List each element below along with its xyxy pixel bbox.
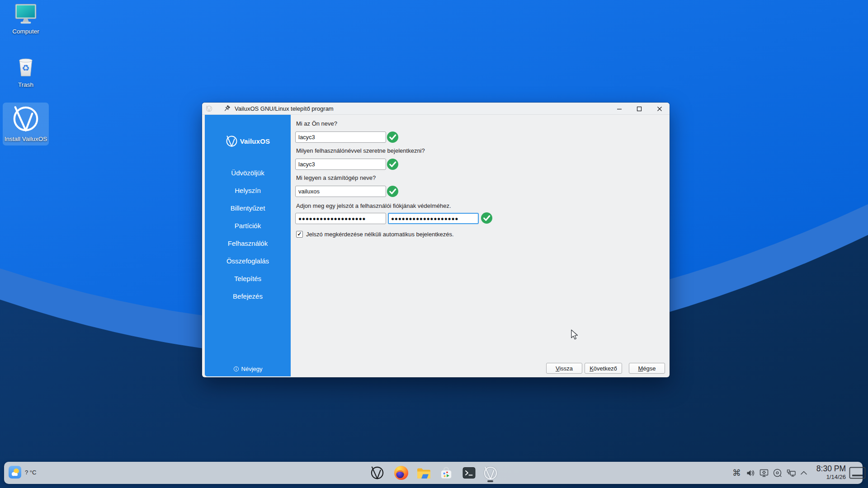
password-valid-icon: [481, 212, 493, 224]
autologin-checkbox[interactable]: ✓: [296, 231, 303, 238]
desktop-icon-trash[interactable]: ♻ Trash: [3, 54, 49, 88]
cancel-button[interactable]: Mégse: [629, 363, 665, 374]
step-partitions: Partíciók: [205, 217, 291, 235]
weather-icon: [9, 466, 21, 479]
step-install: Telepítés: [205, 270, 291, 287]
clock-time: 8:30 PM: [804, 464, 846, 474]
maximize-button[interactable]: [632, 103, 647, 114]
vailuxos-logo-icon: [12, 105, 40, 133]
clock-date: 1/14/26: [804, 474, 846, 481]
password-input[interactable]: [295, 213, 386, 224]
window-title: VailuxOS GNU/Linux telepítő program: [235, 105, 334, 112]
hostname-valid-icon: [387, 185, 399, 197]
hostname-label: Mi legyen a számítógép neve?: [296, 174, 376, 181]
taskbar-app-store[interactable]: [439, 465, 453, 480]
trash-icon: ♻: [14, 54, 38, 79]
file-manager-icon: [416, 465, 431, 480]
installer-window: VailuxOS GNU/Linux telepítő program Vail…: [202, 103, 670, 377]
app-store-icon: [439, 466, 453, 480]
taskbar-installer-vailuxos[interactable]: [483, 465, 498, 480]
tray-display-settings-button[interactable]: [759, 468, 769, 478]
show-desktop-button[interactable]: [849, 467, 866, 479]
back-button[interactable]: Vissza: [546, 363, 582, 374]
desktop-icon-label: Trash: [18, 82, 33, 88]
tray-command-button[interactable]: ⌘: [731, 468, 742, 478]
command-icon: ⌘: [732, 468, 741, 478]
desktop-icon-label: Computer: [12, 28, 39, 35]
terminal-icon: [462, 466, 476, 480]
step-list: Üdvözöljük Helyszín Billentyűzet Partíci…: [205, 164, 291, 305]
active-task-indicator: [487, 480, 493, 482]
about-button[interactable]: Névjegy: [205, 366, 291, 372]
show-desktop-icon: [849, 467, 866, 479]
minimize-button[interactable]: [612, 103, 627, 114]
computer-icon: [13, 4, 39, 25]
taskbar-file-manager[interactable]: [416, 465, 431, 480]
brand-name: VailuxOS: [240, 137, 270, 145]
network-display-icon: [786, 468, 796, 478]
volume-icon: [745, 468, 755, 478]
vailuxos-launcher-icon: [370, 466, 384, 480]
weather-temperature: ? °C: [25, 469, 36, 476]
step-location: Helyszín: [205, 182, 291, 199]
installer-sidebar: VailuxOS Üdvözöljük Helyszín Billentyűze…: [205, 115, 291, 376]
name-valid-icon: [387, 131, 399, 143]
weather-widget[interactable]: ? °C: [9, 466, 36, 479]
step-welcome: Üdvözöljük: [205, 164, 291, 182]
window-icon: [206, 105, 212, 112]
username-label: Milyen felhasználónévvel szeretne bejele…: [296, 147, 425, 154]
window-titlebar[interactable]: VailuxOS GNU/Linux telepítő program: [202, 103, 670, 115]
tray-optical-disc-button[interactable]: [772, 468, 783, 478]
autologin-label[interactable]: Jelszó megkérdezése nélküli automatikus …: [306, 231, 454, 238]
taskbar: ? °C: [4, 462, 863, 484]
about-label: Névjegy: [241, 366, 263, 372]
desktop-icon-computer[interactable]: Computer: [3, 4, 49, 35]
taskbar-app-launcher-vailuxos[interactable]: [370, 465, 385, 480]
info-icon: [233, 366, 239, 372]
tray-volume-button[interactable]: [745, 468, 755, 478]
maximize-icon: [637, 106, 642, 112]
checkbox-checkmark: ✓: [297, 231, 302, 237]
taskbar-terminal[interactable]: [462, 465, 476, 480]
desktop: Computer ♻ Trash Install VailuxOS: [0, 0, 868, 488]
taskbar-firefox[interactable]: [394, 465, 409, 480]
step-finish: Befejezés: [205, 287, 291, 305]
step-keyboard: Billentyűzet: [205, 199, 291, 217]
display-settings-icon: [759, 468, 769, 478]
name-input[interactable]: [295, 131, 386, 143]
optical-disc-icon: [773, 468, 783, 478]
username-valid-icon: [387, 158, 399, 170]
name-label: Mi az Ön neve?: [296, 120, 337, 127]
close-icon: [657, 106, 662, 112]
next-button[interactable]: Következő: [585, 363, 622, 374]
minimize-icon: [617, 106, 622, 112]
desktop-icon-label: Install VailuxOS: [5, 136, 47, 142]
step-users: Felhasználók: [205, 235, 291, 252]
close-button[interactable]: [652, 103, 667, 114]
vailuxos-logo-icon: [226, 135, 238, 147]
vailuxos-installer-icon: [483, 466, 498, 480]
brand: VailuxOS: [205, 135, 291, 147]
username-input[interactable]: [295, 159, 386, 170]
hostname-input[interactable]: [295, 186, 386, 197]
clock-widget[interactable]: 8:30 PM 1/14/26: [804, 464, 846, 481]
password-confirm-input[interactable]: [388, 213, 479, 224]
svg-text:♻: ♻: [22, 63, 29, 73]
step-summary: Összefoglalás: [205, 252, 291, 270]
tray-network-display-button[interactable]: [786, 468, 796, 478]
firefox-icon: [394, 465, 409, 480]
password-label: Adjon meg egy jelszót a felhasználói fió…: [296, 202, 451, 209]
desktop-icon-install-vailuxos[interactable]: Install VailuxOS: [3, 103, 49, 145]
pin-icon[interactable]: [223, 105, 231, 113]
